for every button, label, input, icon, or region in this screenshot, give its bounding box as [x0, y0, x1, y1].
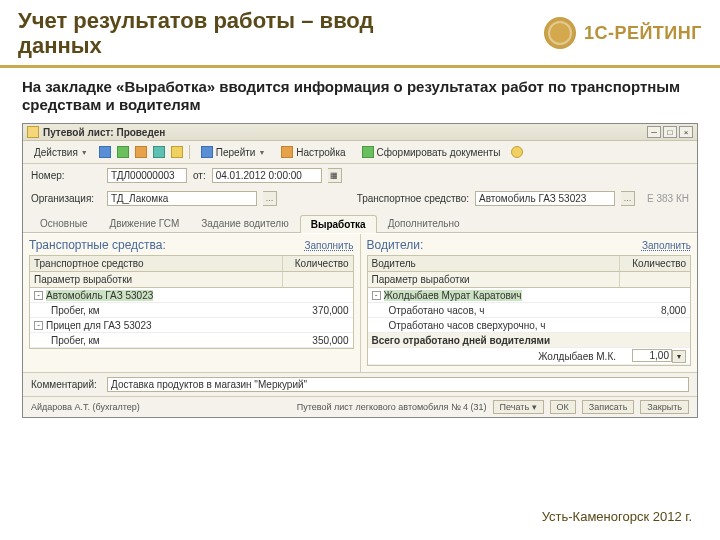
gear-icon: [281, 146, 293, 158]
toolbar: Действия▼ Перейти▼ Настройка Сформироват…: [23, 141, 697, 164]
sum-stepper[interactable]: ▾: [672, 350, 686, 363]
date-picker-button[interactable]: ▦: [328, 168, 342, 183]
fill-drivers-link[interactable]: Заполнить: [642, 240, 691, 251]
row-value: [620, 324, 690, 326]
tab-main[interactable]: Основные: [29, 214, 98, 232]
actions-label: Действия: [34, 147, 78, 158]
ts-label: Транспортное средство:: [357, 193, 469, 204]
comment-label: Комментарий:: [31, 379, 101, 390]
drivers-grid: ВодительКоличество Параметр выработки -Ж…: [367, 255, 692, 366]
org-select-button[interactable]: …: [263, 191, 277, 206]
ts-select-button[interactable]: …: [621, 191, 635, 206]
row-value: 350,000: [283, 334, 353, 347]
settings-button[interactable]: Настройка: [276, 144, 350, 160]
row-value: [283, 324, 353, 326]
chevron-down-icon: ▼: [81, 149, 88, 156]
tab-extra[interactable]: Дополнительно: [377, 214, 471, 232]
form-docs-button[interactable]: Сформировать документы: [357, 144, 506, 160]
divider: [0, 65, 720, 68]
chevron-down-icon: ▼: [258, 149, 265, 156]
tool-icon[interactable]: [117, 146, 129, 158]
close-button[interactable]: ×: [679, 126, 693, 138]
document-icon: [27, 126, 39, 138]
help-icon[interactable]: [511, 146, 523, 158]
go-label: Перейти: [216, 147, 256, 158]
col-qty: Количество: [283, 256, 353, 271]
ts-field[interactable]: Автомобиль ГАЗ 53023: [475, 191, 615, 206]
minimize-button[interactable]: ─: [647, 126, 661, 138]
go-icon: [201, 146, 213, 158]
date-field[interactable]: 04.01.2012 0:00:00: [212, 168, 322, 183]
tool-icon[interactable]: [171, 146, 183, 158]
brand-logo-icon: [544, 17, 576, 49]
col-qty: Количество: [620, 256, 690, 271]
panel-vehicles-title: Транспортные средства:: [29, 238, 166, 252]
actions-menu[interactable]: Действия▼: [29, 145, 93, 160]
status-doc: Путевой лист легкового автомобиля № 4 (3…: [297, 402, 487, 412]
brand-text: 1С-РЕЙТИНГ: [584, 23, 702, 44]
row-text: Прицеп для ГАЗ 53023: [46, 320, 152, 331]
org-label: Организация:: [31, 193, 101, 204]
fill-vehicles-link[interactable]: Заполнить: [304, 240, 353, 251]
table-row[interactable]: -Жолдыбаев Мурат Каратович: [368, 288, 691, 303]
save-button[interactable]: Записать: [582, 400, 634, 414]
panel-drivers: Водители: Заполнить ВодительКоличество П…: [360, 234, 698, 372]
tab-task[interactable]: Задание водителю: [190, 214, 299, 232]
number-field[interactable]: ТДЛ00000003: [107, 168, 187, 183]
row-value: [283, 294, 353, 296]
tabs: Основные Движение ГСМ Задание водителю В…: [23, 214, 697, 233]
tab-gsm[interactable]: Движение ГСМ: [98, 214, 190, 232]
row-value: [620, 294, 690, 296]
row-text: Пробег, км: [51, 335, 100, 346]
from-label: от:: [193, 170, 206, 181]
row-text: Отработано часов сверхурочно, ч: [389, 320, 546, 331]
table-row[interactable]: Пробег, км350,000: [30, 333, 353, 348]
col-vehicle: Транспортное средство: [30, 256, 283, 271]
table-row[interactable]: -Автомобиль ГАЗ 53023: [30, 288, 353, 303]
sum-val-field[interactable]: 1,00: [632, 349, 672, 362]
tool-icon[interactable]: [153, 146, 165, 158]
status-user: Айдарова А.Т. (бухгалтер): [31, 402, 140, 412]
go-menu[interactable]: Перейти▼: [196, 144, 271, 160]
org-field[interactable]: ТД_Лакомка: [107, 191, 257, 206]
brand-block: 1С-РЕЙТИНГ: [544, 17, 702, 49]
tool-icon[interactable]: [99, 146, 111, 158]
col-param: Параметр выработки: [368, 272, 621, 287]
tree-toggle-icon[interactable]: -: [34, 321, 43, 330]
table-row[interactable]: -Прицеп для ГАЗ 53023: [30, 318, 353, 333]
slide-title: Учет результатов работы – ввод данных: [18, 8, 438, 59]
tree-toggle-icon[interactable]: -: [34, 291, 43, 300]
row-text: Автомобиль ГАЗ 53023: [46, 290, 153, 301]
app-window: Путевой лист: Проведен ─ □ × Действия▼ П…: [22, 123, 698, 418]
settings-label: Настройка: [296, 147, 345, 158]
titlebar: Путевой лист: Проведен ─ □ ×: [23, 124, 697, 141]
sum-name: Жолдыбаев М.К.: [538, 351, 616, 362]
row-text: Отработано часов, ч: [389, 305, 485, 316]
slide-footer: Усть-Каменогорск 2012 г.: [542, 509, 692, 524]
doc-icon: [362, 146, 374, 158]
table-row[interactable]: Отработано часов сверхурочно, ч: [368, 318, 691, 333]
maximize-button[interactable]: □: [663, 126, 677, 138]
sum-label: Всего отработано дней водителями: [368, 334, 621, 347]
row-text: Жолдыбаев Мурат Каратович: [384, 290, 522, 301]
tree-toggle-icon[interactable]: -: [372, 291, 381, 300]
print-button[interactable]: Печать ▾: [493, 400, 544, 414]
panel-vehicles: Транспортные средства: Заполнить Транспо…: [23, 234, 360, 372]
tool-icon[interactable]: [135, 146, 147, 158]
ok-button[interactable]: ОК: [550, 400, 576, 414]
ts-hint: Е 383 КН: [647, 193, 689, 204]
separator: [189, 145, 190, 159]
table-row[interactable]: Пробег, км370,000: [30, 303, 353, 318]
row-text: Пробег, км: [51, 305, 100, 316]
form-docs-label: Сформировать документы: [377, 147, 501, 158]
comment-field[interactable]: Доставка продуктов в магазин "Меркурий": [107, 377, 689, 392]
panel-drivers-title: Водители:: [367, 238, 424, 252]
col-param: Параметр выработки: [30, 272, 283, 287]
window-title: Путевой лист: Проведен: [43, 127, 165, 138]
table-row[interactable]: Отработано часов, ч8,000: [368, 303, 691, 318]
tab-output[interactable]: Выработка: [300, 215, 377, 233]
row-value: 370,000: [283, 304, 353, 317]
slide-subtitle: На закладке «Выработка» вводится информа…: [0, 78, 720, 124]
number-label: Номер:: [31, 170, 101, 181]
close-form-button[interactable]: Закрыть: [640, 400, 689, 414]
